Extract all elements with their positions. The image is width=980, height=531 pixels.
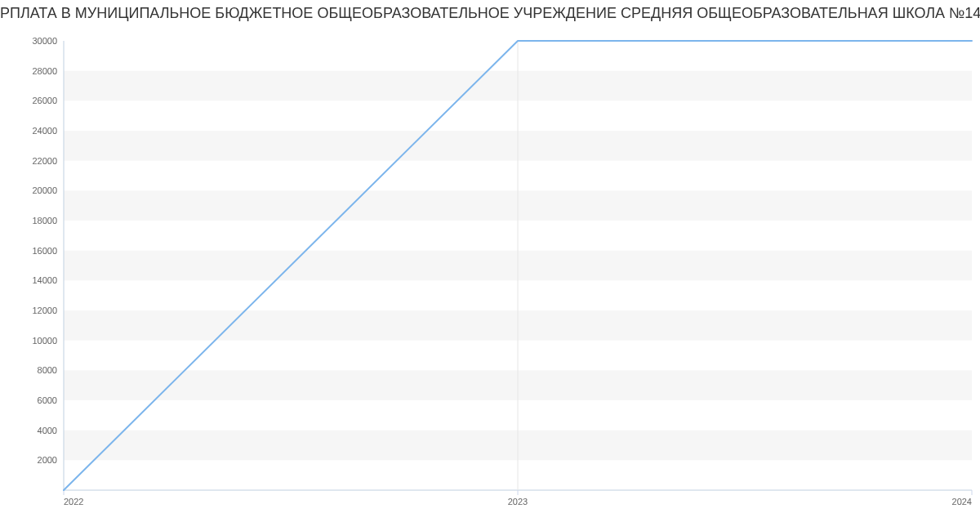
y-tick-label: 4000 bbox=[38, 426, 57, 435]
y-tick-label: 24000 bbox=[32, 126, 57, 136]
y-tick-label: 28000 bbox=[32, 66, 57, 76]
chart-title: РПЛАТА В МУНИЦИПАЛЬНОЕ БЮДЖЕТНОЕ ОБЩЕОБР… bbox=[0, 5, 980, 22]
y-tick-label: 2000 bbox=[38, 455, 57, 465]
y-tick-label: 14000 bbox=[32, 275, 57, 285]
x-tick-label: 2022 bbox=[64, 497, 83, 506]
y-tick-label: 20000 bbox=[32, 185, 57, 195]
x-tick-label: 2023 bbox=[508, 497, 528, 506]
y-tick-label: 22000 bbox=[32, 156, 57, 166]
y-tick-label: 16000 bbox=[32, 246, 57, 256]
y-tick-label: 18000 bbox=[32, 216, 57, 225]
x-tick-label: 2024 bbox=[952, 497, 972, 506]
y-tick-label: 30000 bbox=[32, 36, 57, 46]
chart-svg: 2000400060008000100001200014000160001800… bbox=[0, 0, 980, 531]
plot-area: 2000400060008000100001200014000160001800… bbox=[32, 36, 972, 506]
chart-container: РПЛАТА В МУНИЦИПАЛЬНОЕ БЮДЖЕТНОЕ ОБЩЕОБР… bbox=[0, 0, 980, 531]
y-tick-label: 10000 bbox=[32, 336, 57, 346]
y-tick-label: 8000 bbox=[38, 365, 57, 375]
y-tick-label: 26000 bbox=[32, 96, 57, 105]
y-tick-label: 12000 bbox=[32, 306, 57, 315]
y-tick-label: 6000 bbox=[38, 395, 57, 405]
